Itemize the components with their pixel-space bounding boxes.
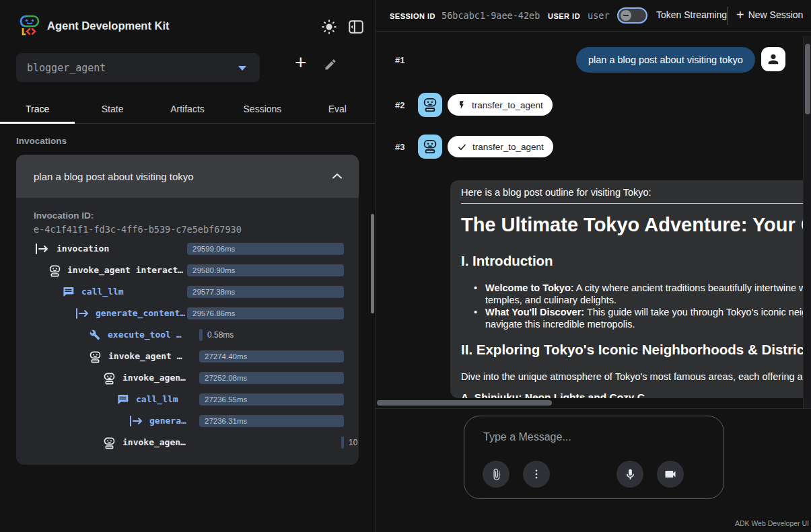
trace-span-generate-content[interactable]: genera… 27236.31ms: [16, 410, 359, 432]
span-arrow-icon: [35, 243, 49, 254]
message-composer: [464, 416, 724, 499]
more-options-button[interactable]: [523, 461, 550, 488]
sidebar-scrollbar[interactable]: [371, 214, 374, 313]
chat-bubble-icon: [117, 394, 129, 405]
user-id-label: USER ID: [548, 12, 580, 20]
tab-eval[interactable]: Eval: [300, 94, 375, 123]
session-id-label: SESSION ID: [390, 12, 435, 20]
event-index: #2: [395, 100, 404, 110]
span-duration-bar: 29576.86ms: [187, 307, 344, 319]
check-icon: [457, 142, 467, 152]
wrench-icon: [90, 330, 100, 340]
trace-span-call-llm[interactable]: call_llm 29577.38ms: [16, 281, 359, 303]
new-session-button[interactable]: + New Session: [736, 8, 803, 22]
app-title: Agent Development Kit: [47, 20, 170, 32]
span-duration-bar: 29577.38ms: [187, 286, 344, 298]
paragraph: Dive into the unique atmosphere of Tokyo…: [461, 371, 811, 382]
bullet-item-wrap: navigate this incredible metropolis.: [485, 319, 635, 330]
toggle-thumb: [621, 10, 631, 21]
user-message-bubble: plan a blog post about visiting tokyo: [576, 47, 755, 73]
span-duration-bar: 27274.40ms: [199, 350, 344, 363]
attach-file-button[interactable]: [483, 461, 509, 488]
section-heading: II. Exploring Tokyo's Iconic Neighborhoo…: [461, 342, 804, 358]
chevron-up-icon: [332, 172, 343, 181]
collapse-panel-icon[interactable]: [347, 18, 365, 36]
span-duration-bar: 27236.55ms: [199, 393, 344, 406]
span-duration-bar: 29580.90ms: [187, 264, 344, 276]
invocation-id-value: e-4c1f41f1-fd3c-4ff6-b539-c7e5ebf67930: [34, 224, 242, 235]
trace-span-call-llm[interactable]: call_llm 27236.55ms: [16, 389, 359, 410]
robot-icon: [90, 351, 101, 363]
span-arrow-icon: [129, 416, 143, 426]
add-session-button[interactable]: +: [295, 51, 307, 74]
trace-span-generate-content[interactable]: generate_content… 29576.86ms: [16, 303, 359, 324]
trace-span-invocation[interactable]: invocation 29599.06ms: [16, 238, 359, 260]
bullet-item-wrap: temples, and culinary delights.: [485, 295, 616, 305]
span-arrow-icon: [75, 308, 90, 319]
token-streaming-toggle[interactable]: [617, 7, 647, 24]
vertical-scrollbar-thumb[interactable]: [805, 44, 810, 114]
bullet-item: Welcome to Tokyo: A city where ancient t…: [485, 282, 806, 293]
sidebar-tabs: Trace State Artifacts Sessions Eval: [0, 94, 375, 124]
video-camera-button[interactable]: [657, 461, 684, 488]
invocation-id-label: Invocation ID:: [34, 211, 94, 221]
tab-state[interactable]: State: [75, 94, 149, 123]
left-sidebar: Agent Development Kit blogger_agent + Tr…: [0, 0, 375, 532]
trace-span-invoke-agent[interactable]: invoke_agent interact… 29580.90ms: [16, 260, 359, 281]
user-avatar: [761, 47, 785, 71]
invocations-section-label: Invocations: [16, 136, 67, 146]
invocation-card: plan a blog post about visiting tokyo In…: [16, 155, 359, 465]
event-index: #3: [395, 142, 404, 152]
subsection-heading-partial: A. Shinjuku: Neon Lights and Cozy C: [461, 391, 645, 398]
robot-icon: [104, 437, 115, 449]
microphone-button[interactable]: [616, 461, 643, 488]
trace-span-invoke-agent[interactable]: invoke_agen… 10: [16, 432, 359, 453]
session-topbar: SESSION ID 56bcabc1-9aee-42eb USER ID us…: [376, 0, 811, 32]
new-session-label: New Session: [748, 9, 804, 20]
span-duration-bar: [199, 329, 203, 341]
blog-title: The Ultimate Tokyo Adventure: Your G: [461, 214, 811, 236]
edit-pencil-icon[interactable]: [324, 58, 337, 71]
section-heading: I. Introduction: [461, 253, 553, 269]
chat-scroll-area[interactable]: #1 plan a blog post about visiting tokyo…: [376, 32, 811, 409]
mic-icon: [624, 468, 637, 481]
vertical-scrollbar-track[interactable]: [803, 36, 811, 409]
agent-select-dropdown[interactable]: blogger_agent: [16, 53, 260, 82]
bullet-marker: •: [474, 307, 477, 317]
horizontal-scrollbar-thumb[interactable]: [377, 400, 552, 406]
bullet-marker: •: [474, 282, 477, 293]
tab-trace[interactable]: Trace: [0, 94, 75, 123]
user-id-value: user: [588, 10, 610, 21]
trace-span-invoke-agent[interactable]: invoke_agen… 27252.08ms: [16, 367, 359, 389]
session-id-value: 56bcabc1-9aee-42eb: [442, 10, 540, 21]
message-input[interactable]: [483, 431, 699, 443]
span-duration-bar: 29599.06ms: [187, 243, 344, 255]
tab-artifacts[interactable]: Artifacts: [150, 94, 225, 123]
robot-icon: [104, 373, 115, 385]
tool-response-chip[interactable]: transfer_to_agent: [448, 136, 553, 157]
span-duration-bar: 27236.31ms: [199, 415, 344, 427]
token-streaming-label: Token Streaming: [656, 9, 727, 20]
chat-panel: SESSION ID 56bcabc1-9aee-42eb USER ID us…: [375, 0, 811, 532]
videocam-icon: [664, 467, 677, 481]
theme-toggle-icon[interactable]: [320, 18, 338, 36]
tool-call-chip[interactable]: transfer_to_agent: [448, 94, 553, 116]
tab-sessions[interactable]: Sessions: [225, 94, 299, 123]
agent-select-value: blogger_agent: [27, 62, 106, 74]
adk-logo-icon: [17, 14, 42, 38]
chat-bottom-divider: [376, 408, 811, 409]
span-duration-bar: 27252.08ms: [199, 372, 344, 384]
chat-bubble-icon: [63, 287, 74, 297]
trace-span-execute-tool[interactable]: execute_tool … 0.58ms: [16, 324, 359, 346]
chevron-down-icon: [238, 66, 246, 71]
trace-span-invoke-agent[interactable]: invoke_agent … 27274.40ms: [16, 346, 359, 367]
bot-avatar: [418, 135, 442, 159]
paperclip-icon: [490, 468, 503, 481]
event-index: #1: [395, 55, 404, 65]
plus-icon: +: [736, 8, 744, 22]
bolt-icon: [457, 100, 466, 110]
more-vert-icon: [530, 468, 542, 480]
invocation-card-header[interactable]: plan a blog post about visiting tokyo: [16, 155, 359, 198]
bullet-item: What You'll Discover: This guide will ta…: [485, 307, 807, 317]
span-duration-bar: [341, 436, 344, 449]
